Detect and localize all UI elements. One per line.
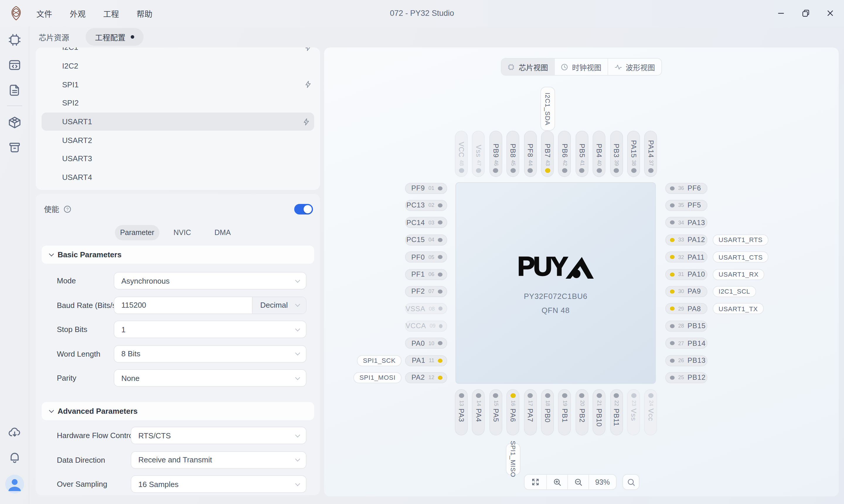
pin-pb6[interactable]: PB642 — [558, 131, 571, 177]
over-sampling-select[interactable]: 16 Samples — [131, 475, 307, 493]
pin-pa13[interactable]: 34PA13 — [665, 217, 707, 228]
pin-pa6[interactable]: 16PA6 — [506, 389, 519, 435]
menu-[interactable]: 工程 — [103, 7, 119, 19]
list-item-spi2[interactable]: SPI2 — [36, 94, 320, 112]
list-item-i2c2[interactable]: I2C2 — [36, 57, 320, 75]
list-item-usart3[interactable]: USART3 — [36, 149, 320, 168]
pin-pa7[interactable]: 17PA7 — [524, 389, 537, 435]
pin-state-dot — [438, 203, 443, 208]
config-tab-nvic[interactable]: NVIC — [174, 229, 191, 237]
section-header[interactable]: Advanced Parameters — [42, 402, 314, 420]
hardware-flow-control-select[interactable]: RTS/CTS — [131, 427, 307, 444]
pin-pf2[interactable]: PF207 — [405, 286, 447, 297]
package-icon[interactable] — [7, 115, 22, 129]
pin-pa8[interactable]: 29PA8 — [665, 303, 707, 314]
pin-pb15[interactable]: 28PB15 — [665, 320, 707, 331]
pin-pb2[interactable]: 20PB2 — [576, 389, 589, 435]
parity-select[interactable]: None — [114, 369, 307, 387]
pin-pb7[interactable]: PB743 — [541, 131, 554, 177]
view-tab-[interactable]: 芯片视图 — [501, 59, 555, 75]
config-tab-parameter[interactable]: Parameter — [115, 225, 159, 240]
bell-icon[interactable] — [7, 450, 22, 464]
chip-resource-icon[interactable] — [7, 33, 22, 47]
pin-pa3[interactable]: 13PA3 — [455, 389, 468, 435]
zoom-out-button[interactable] — [568, 475, 589, 489]
pin-pb1[interactable]: 19PB1 — [558, 389, 571, 435]
pin-vcca[interactable]: VCCA09 — [405, 320, 447, 331]
config-tab-dma[interactable]: DMA — [215, 229, 231, 237]
data-direction-select[interactable]: Receive and Transmit — [131, 451, 307, 469]
menu-[interactable]: 帮助 — [137, 7, 152, 19]
unit-select[interactable]: Decimal — [252, 297, 306, 313]
pin-pf6[interactable]: 36PF6 — [665, 183, 707, 194]
pin-vss[interactable]: Vss47 — [472, 131, 485, 177]
document-icon[interactable] — [7, 83, 22, 97]
workspace-tab-[interactable]: 芯片资源 — [39, 28, 69, 46]
pin-pa10[interactable]: 31PA10 — [665, 269, 707, 280]
pin-pb8[interactable]: PB845 — [506, 131, 519, 177]
menu-[interactable]: 文件 — [36, 7, 52, 19]
search-button[interactable] — [623, 474, 640, 490]
section-header[interactable]: Basic Parameters — [42, 246, 314, 264]
mode-select[interactable]: Asynchronous — [114, 272, 307, 289]
code-window-icon[interactable] — [7, 58, 22, 72]
pin-pf9[interactable]: PF901 — [405, 183, 447, 194]
pin-pb3[interactable]: PB339 — [610, 131, 623, 177]
pin-pa5[interactable]: 15PA5 — [489, 389, 502, 435]
pin-pf8[interactable]: PF844 — [524, 131, 537, 177]
pin-pb13[interactable]: 26PB13 — [665, 355, 707, 366]
list-item-spi1[interactable]: SPI1 — [36, 75, 320, 94]
pin-pa14[interactable]: PA1437 — [644, 131, 657, 177]
pin-pa11[interactable]: 32PA11 — [665, 251, 707, 263]
pin-vcc[interactable]: 24Vcc — [644, 389, 657, 435]
pin-pa15[interactable]: PA1538 — [627, 131, 640, 177]
pin-pb11[interactable]: 22PB11 — [610, 389, 623, 435]
list-item-usart2[interactable]: USART2 — [36, 131, 320, 149]
pin-pa1[interactable]: PA111 — [405, 355, 447, 366]
stop-bits-select[interactable]: 1 — [114, 321, 307, 338]
pin-pa2[interactable]: PA212 — [405, 372, 447, 383]
pin-vssa[interactable]: VSSA08 — [405, 303, 447, 314]
view-tab-[interactable]: 波形视图 — [608, 59, 661, 75]
pin-pb0[interactable]: 18PB0 — [541, 389, 554, 435]
pin-pf5[interactable]: 35PF5 — [665, 200, 707, 211]
word-length-select[interactable]: 8 Bits — [114, 345, 307, 362]
pin-pf0[interactable]: PF005 — [405, 251, 447, 263]
workspace-tab-[interactable]: 工程配置 — [86, 28, 144, 46]
fit-screen-button[interactable] — [524, 475, 547, 489]
pin-pb9[interactable]: PB946 — [489, 131, 502, 177]
pin-vss[interactable]: 23Vss — [627, 389, 640, 435]
pin-pf1[interactable]: PF106 — [405, 269, 447, 280]
help-icon[interactable]: ? — [63, 205, 72, 213]
pin-pc15[interactable]: PC1504 — [405, 234, 447, 245]
list-item-usart1[interactable]: USART1 — [42, 112, 314, 131]
pin-pc14[interactable]: PC1403 — [405, 217, 447, 228]
archive-icon[interactable] — [7, 141, 22, 155]
field-label: Mode — [57, 276, 76, 285]
restore-button[interactable] — [797, 5, 813, 21]
avatar[interactable] — [5, 475, 24, 493]
pin-vcc[interactable]: VCC48 — [455, 131, 468, 177]
pin-pa9[interactable]: 30PA9 — [665, 286, 707, 297]
close-button[interactable] — [822, 5, 838, 21]
pin-state-dot — [670, 186, 675, 190]
pin-pb14[interactable]: 27PB14 — [665, 338, 707, 349]
enable-toggle[interactable] — [294, 204, 313, 214]
list-item-usart4[interactable]: USART4 — [36, 168, 320, 187]
menu-[interactable]: 外观 — [70, 7, 86, 19]
pin-pb4[interactable]: PB440 — [593, 131, 606, 177]
cloud-download-icon[interactable] — [7, 426, 22, 439]
pin-pc13[interactable]: PC1302 — [405, 200, 447, 211]
pin-pb10[interactable]: 21PB10 — [593, 389, 606, 435]
pin-function-usart1-rts: USART1_RTS — [713, 234, 768, 245]
baud-rate-bits-s-input[interactable]: 115200 — [114, 301, 252, 309]
list-item-i2c1[interactable]: I2C1 — [36, 48, 320, 57]
zoom-in-button[interactable] — [547, 475, 568, 489]
minimize-button[interactable] — [772, 5, 789, 21]
pin-pa0[interactable]: PA010 — [405, 338, 447, 349]
pin-pb5[interactable]: PB541 — [576, 131, 589, 177]
pin-pb12[interactable]: 25PB12 — [665, 372, 707, 383]
view-tab-[interactable]: 时钟视图 — [555, 59, 608, 75]
pin-pa12[interactable]: 33PA12 — [665, 234, 707, 245]
pin-pa4[interactable]: 14PA4 — [472, 389, 485, 435]
